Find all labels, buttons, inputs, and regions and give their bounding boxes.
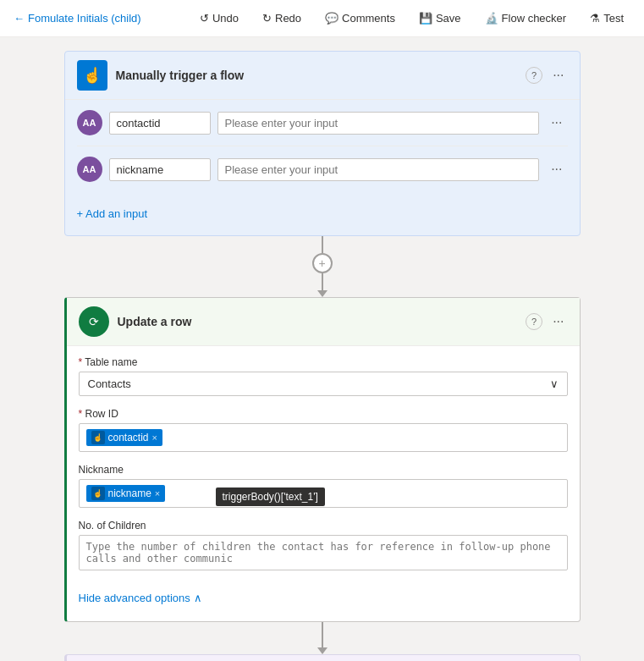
update-row-title: Update a row xyxy=(118,315,518,328)
table-name-select[interactable]: Contacts ∨ xyxy=(79,372,568,396)
row-id-label: * Row ID xyxy=(79,408,568,420)
tooltip-popup: triggerBody()['text_1'] xyxy=(206,489,325,506)
trigger-card: ☝ Manually trigger a flow ? ··· AA ··· A… xyxy=(64,51,581,236)
hide-advanced-button[interactable]: Hide advanced options ∧ xyxy=(79,585,202,611)
back-icon: ← xyxy=(14,12,25,25)
nickname-tag-icon: ☝ xyxy=(91,487,105,500)
update-row-card: ⟳ Update a row ? ··· * Table name Contac… xyxy=(64,297,581,622)
table-name-value: Contacts xyxy=(88,377,131,390)
redo-button[interactable]: ↻ Redo xyxy=(256,8,308,28)
dropdown-icon: ∨ xyxy=(550,377,559,390)
respond-card-header: ⇄ Respond to a PowerApp or flow ? ··· xyxy=(67,655,580,661)
update-row-icon: ⟳ xyxy=(79,306,109,337)
connector-arrow xyxy=(317,290,328,297)
row-id-tag-close[interactable]: × xyxy=(152,432,157,443)
connector-1: + xyxy=(312,236,333,297)
toolbar: ← Fomulate Initials (child) ↺ Undo ↻ Red… xyxy=(0,0,644,37)
trigger-help-button[interactable]: ? xyxy=(526,67,542,84)
no-of-children-label: No. of Children xyxy=(79,520,568,532)
nickname-tag: ☝ nickname × xyxy=(86,485,166,502)
update-row-more-button[interactable]: ··· xyxy=(549,312,567,331)
trigger-icon: ☝ xyxy=(77,60,107,91)
no-of-children-input[interactable] xyxy=(79,535,568,570)
input-value-contactid[interactable] xyxy=(217,112,540,135)
avatar-nickname: AA xyxy=(77,157,102,182)
input-row-contactid: AA ··· xyxy=(77,110,568,146)
nickname-tag-close[interactable]: × xyxy=(155,488,160,499)
nickname-label: Nickname xyxy=(79,464,568,476)
flow-checker-button[interactable]: 🔬 Flow checker xyxy=(478,8,574,28)
row-id-field[interactable]: ☝ contactid × xyxy=(79,423,568,452)
trigger-card-body: AA ··· AA ··· + Add an input xyxy=(65,100,580,235)
trigger-title: Manually trigger a flow xyxy=(116,69,518,82)
app-title: Fomulate Initials (child) xyxy=(28,12,141,25)
update-row-help-button[interactable]: ? xyxy=(526,313,542,330)
trigger-card-header: ☝ Manually trigger a flow ? ··· xyxy=(65,52,580,100)
bottom-arrow xyxy=(317,647,328,654)
respond-card: ⇄ Respond to a PowerApp or flow ? ··· xyxy=(64,654,581,661)
row-id-required: * xyxy=(79,408,83,420)
row-id-tag: ☝ contactid × xyxy=(86,429,162,446)
input-row-nickname: AA ··· xyxy=(77,157,568,192)
back-button[interactable]: ← Fomulate Initials (child) xyxy=(14,12,141,25)
nickname-group: Nickname ☝ nickname × triggerBody()['tex… xyxy=(79,464,568,508)
test-button[interactable]: ⚗ Test xyxy=(583,8,630,28)
update-row-body: * Table name Contacts ∨ * Row ID ☝ cont xyxy=(67,346,580,621)
tooltip-text: triggerBody()['text_1'] xyxy=(216,487,325,506)
bottom-line xyxy=(322,622,323,647)
comments-icon: 💬 xyxy=(325,12,339,25)
trigger-card-actions: ? ··· xyxy=(526,66,567,85)
test-icon: ⚗ xyxy=(590,12,600,25)
save-icon: 💾 xyxy=(419,12,432,25)
input-name-contactid[interactable] xyxy=(109,112,211,135)
row-id-tag-icon: ☝ xyxy=(91,431,105,444)
undo-icon: ↺ xyxy=(200,12,209,25)
bottom-connector xyxy=(317,622,328,654)
update-row-header: ⟳ Update a row ? ··· xyxy=(67,298,580,346)
add-step-button[interactable]: + xyxy=(312,253,333,273)
avatar-contactid: AA xyxy=(77,110,102,135)
nickname-tag-label: nickname xyxy=(108,487,151,499)
no-of-children-group: No. of Children xyxy=(79,520,568,573)
add-input-label: + Add an input xyxy=(77,207,148,220)
connector-line-top xyxy=(322,236,323,253)
input-nickname-more-button[interactable]: ··· xyxy=(546,160,567,179)
table-name-required: * xyxy=(79,356,83,368)
redo-icon: ↻ xyxy=(262,12,272,25)
hide-advanced-label: Hide advanced options xyxy=(79,592,190,604)
save-button[interactable]: 💾 Save xyxy=(412,8,468,28)
flow-checker-icon: 🔬 xyxy=(485,12,498,25)
table-name-group: * Table name Contacts ∨ xyxy=(79,356,568,396)
table-name-label: * Table name xyxy=(79,356,568,368)
add-input-button[interactable]: + Add an input xyxy=(77,202,148,225)
input-value-nickname[interactable] xyxy=(217,158,540,181)
input-contactid-more-button[interactable]: ··· xyxy=(546,113,567,132)
row-id-tag-label: contactid xyxy=(108,432,149,443)
row-id-group: * Row ID ☝ contactid × xyxy=(79,408,568,452)
connector-line-bottom xyxy=(322,273,323,290)
comments-button[interactable]: 💬 Comments xyxy=(318,8,402,28)
update-row-actions: ? ··· xyxy=(526,312,567,331)
hide-advanced-icon: ∧ xyxy=(194,592,202,604)
plus-icon: + xyxy=(318,256,325,270)
canvas: ☝ Manually trigger a flow ? ··· AA ··· A… xyxy=(0,37,644,661)
trigger-more-button[interactable]: ··· xyxy=(549,66,567,85)
input-name-nickname[interactable] xyxy=(109,158,211,181)
undo-button[interactable]: ↺ Undo xyxy=(193,8,245,28)
